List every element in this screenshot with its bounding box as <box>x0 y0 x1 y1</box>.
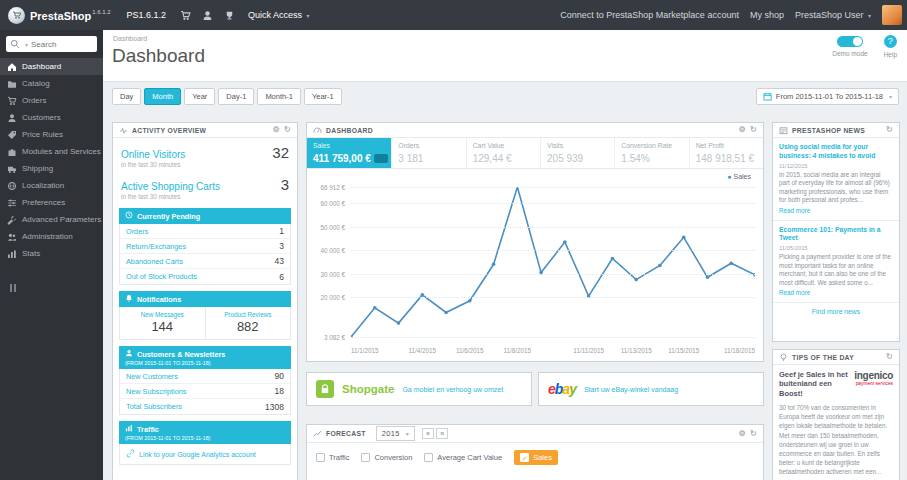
active-carts-link[interactable]: Active Shopping Carts <box>121 181 220 192</box>
link-icon <box>126 449 135 459</box>
sidebar-collapse-icon[interactable] <box>10 278 103 296</box>
refresh-icon[interactable]: ↻ <box>750 126 757 134</box>
online-visitors-link[interactable]: Online Visitors <box>121 149 185 160</box>
ingenico-logo: ingenico payment services <box>854 370 893 386</box>
sidebar-item-preferences[interactable]: Preferences <box>0 194 103 211</box>
gridline <box>351 274 755 275</box>
brand[interactable]: PrestaShop1.6.1.2 <box>0 6 119 24</box>
previous-year-button[interactable]: « <box>422 428 434 439</box>
y-tick-label: 30 000 € <box>320 270 345 277</box>
refresh-icon[interactable]: ↻ <box>886 353 893 361</box>
gear-icon[interactable]: ⚙ <box>273 126 280 134</box>
sidebar-item-administration[interactable]: Administration <box>0 228 103 245</box>
sidebar-item-stats[interactable]: Stats <box>0 245 103 262</box>
ebay-promo: ebay Start uw eBay-winkel vandaag <box>538 372 764 406</box>
globe-icon <box>7 181 17 191</box>
tag-icon <box>7 130 17 140</box>
quick-access-menu[interactable]: Quick Access ▾ <box>248 10 310 20</box>
content-header: Dashboard Dashboard Demo mode ? Help <box>103 30 907 82</box>
user-menu[interactable]: PrestaShop User ▾ <box>795 10 871 20</box>
kpi-visits[interactable]: Visits205 939 <box>541 138 615 168</box>
panel-title: TIPS OF THE DAY <box>792 354 854 361</box>
topbar-quick-icons <box>180 10 235 21</box>
kpi-orders[interactable]: Orders3 181 <box>392 138 466 168</box>
cart-icon[interactable] <box>180 10 191 21</box>
read-more-link[interactable]: Read more <box>779 207 893 214</box>
pending-orders-row[interactable]: Orders1 <box>120 224 290 239</box>
filter-month-1-button[interactable]: Month-1 <box>257 88 301 105</box>
sidebar-item-customers[interactable]: Customers <box>0 109 103 126</box>
sales-line-chart <box>351 187 755 337</box>
kpi-net-profit[interactable]: Net Profit148 918,51 € <box>690 138 763 168</box>
news-article: Using social media for your business: 4 … <box>773 138 899 221</box>
new-customers-row[interactable]: New Customers90 <box>120 369 290 384</box>
customer-icon[interactable] <box>202 10 213 21</box>
refresh-icon[interactable]: ↻ <box>750 430 757 438</box>
forecast-year-select[interactable]: 2015▾ <box>376 426 415 441</box>
sidebar-item-shipping[interactable]: Shipping <box>0 160 103 177</box>
sidebar-item-catalog[interactable]: Catalog <box>0 75 103 92</box>
sidebar-item-advanced-parameters[interactable]: Advanced Parameters <box>0 211 103 228</box>
sidebar-item-localization[interactable]: Localization <box>0 177 103 194</box>
article-title-link[interactable]: Ecommerce 101: Payments in a Tweet <box>779 226 893 244</box>
article-excerpt: In 2015, social media are an integral pa… <box>779 171 893 205</box>
legend-avg-cart-checkbox[interactable]: Average Cart Value <box>424 453 502 462</box>
marketplace-link[interactable]: Connect to PrestaShop Marketplace accoun… <box>560 10 739 20</box>
breadcrumb[interactable]: Dashboard <box>113 35 147 42</box>
help-icon[interactable]: ? <box>884 35 897 48</box>
refresh-icon[interactable]: ↻ <box>284 126 291 134</box>
filter-day-button[interactable]: Day <box>112 88 141 105</box>
chart-legend[interactable]: ● Sales <box>727 173 751 180</box>
read-more-link[interactable]: Read more <box>779 289 893 296</box>
sidebar-item-dashboard[interactable]: Dashboard <box>0 58 103 75</box>
legend-conversion-checkbox[interactable]: Conversion <box>361 453 412 462</box>
filter-day-1-button[interactable]: Day-1 <box>218 88 254 105</box>
abandoned-carts-row[interactable]: Abandoned Carts43 <box>120 254 290 269</box>
prestashop-admin-dashboard: PrestaShop1.6.1.2 PS1.6.1.2 Quick Access… <box>0 0 907 480</box>
pending-returns-row[interactable]: Return/Exchanges3 <box>120 239 290 254</box>
gear-icon[interactable]: ⚙ <box>739 126 746 134</box>
shopgate-promo-link[interactable]: Ga mobiel en verhoog uw omzet <box>402 386 503 393</box>
next-year-button[interactable]: » <box>436 428 448 439</box>
promo-row: Shopgate Ga mobiel en verhoog uw omzet e… <box>306 372 764 406</box>
new-messages-cell[interactable]: New Messages144 <box>120 307 206 339</box>
filter-year-1-button[interactable]: Year-1 <box>304 88 342 105</box>
search-icon <box>10 35 20 53</box>
refresh-icon[interactable]: ↻ <box>886 126 893 134</box>
y-tick-label: 20 000 € <box>320 294 345 301</box>
legend-traffic-checkbox[interactable]: Traffic <box>316 453 349 462</box>
find-more-news-link[interactable]: Find more news <box>773 303 899 320</box>
avatar[interactable] <box>882 5 902 25</box>
folder-icon <box>7 79 17 89</box>
kpi-conversion-rate[interactable]: Conversion Rate1.54% <box>615 138 689 168</box>
chevron-down-icon[interactable]: ▾ <box>25 41 28 48</box>
demo-mode-toggle[interactable] <box>837 36 863 47</box>
filter-year-button[interactable]: Year <box>184 88 215 105</box>
gear-icon[interactable]: ⚙ <box>739 430 746 438</box>
cart-icon <box>7 96 17 106</box>
legend-sales-checkbox[interactable]: ✓Sales <box>514 450 558 465</box>
sidebar-item-modules[interactable]: Modules and Services <box>0 143 103 160</box>
data-point <box>634 278 638 282</box>
my-shop-link[interactable]: My shop <box>750 10 784 20</box>
help-label: Help <box>884 51 897 58</box>
trophy-icon[interactable] <box>224 10 235 21</box>
filter-month-button[interactable]: Month <box>144 88 181 105</box>
google-analytics-link[interactable]: Link to your Google Analytics account <box>119 444 291 465</box>
sidebar: ▾ Dashboard Catalog Orders Customers Pri… <box>0 30 103 480</box>
total-subscribers-row[interactable]: Total Subscribers1308 <box>120 399 290 414</box>
sidebar-item-price-rules[interactable]: Price Rules <box>0 126 103 143</box>
y-tick-label: 60 000 € <box>320 200 345 207</box>
sidebar-item-orders[interactable]: Orders <box>0 92 103 109</box>
ebay-promo-link[interactable]: Start uw eBay-winkel vandaag <box>584 386 678 393</box>
shop-name[interactable]: PS1.6.1.2 <box>127 10 167 20</box>
kpi-cart-value[interactable]: Cart Value129,44 € <box>467 138 541 168</box>
product-reviews-cell[interactable]: Product Reviews882 <box>206 307 291 339</box>
date-range-picker[interactable]: From 2015-11-01 To 2015-11-18 ▾ <box>756 88 899 105</box>
wrench-icon <box>7 215 17 225</box>
article-title-link[interactable]: Using social media for your business: 4 … <box>779 143 893 161</box>
out-of-stock-row[interactable]: Out of Stock Products6 <box>120 269 290 284</box>
kpi-sales[interactable]: Sales411 759,00 € <box>307 138 392 168</box>
search-input[interactable] <box>31 40 89 49</box>
new-subscriptions-row[interactable]: New Subscriptions18 <box>120 384 290 399</box>
